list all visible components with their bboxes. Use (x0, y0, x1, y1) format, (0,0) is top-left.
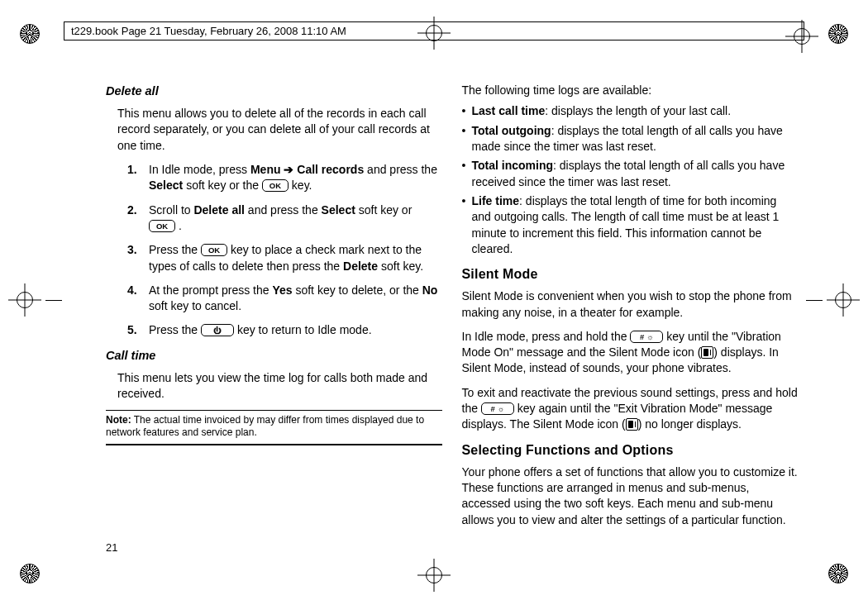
bullet-icon: • (462, 123, 472, 155)
step-number: 4. (127, 283, 149, 315)
bullet-icon: • (462, 158, 472, 190)
crop-mark-icon (20, 550, 53, 583)
ordered-steps: 1. In Idle mode, press Menu ➔ Call recor… (127, 162, 442, 339)
step-text: In Idle mode, press Menu ➔ Call records … (149, 162, 442, 194)
list-item: • Total incoming: displays the total len… (462, 158, 799, 190)
step-text: Scroll to Delete all and press the Selec… (149, 202, 442, 235)
register-mark-icon (8, 283, 41, 317)
note-label: Note: (106, 414, 131, 426)
right-column: The following time logs are available: •… (462, 83, 799, 550)
edge-guide (45, 300, 62, 301)
pound-key-icon: # ☼ (481, 402, 514, 415)
step-text: Press the OK key to place a check mark n… (149, 242, 442, 274)
step-item: 1. In Idle mode, press Menu ➔ Call recor… (127, 162, 442, 194)
paragraph: This menu allows you to delete all of th… (117, 106, 442, 154)
crop-mark-icon (20, 17, 53, 50)
note-text: The actual time invoiced by may differ f… (106, 414, 424, 438)
step-number: 5. (127, 322, 149, 338)
bullet-icon: • (462, 193, 472, 257)
step-number: 3. (127, 242, 149, 274)
paragraph: Your phone offers a set of functions tha… (462, 464, 799, 528)
page-header: t229.book Page 21 Tuesday, February 26, … (64, 21, 804, 40)
paragraph: The following time logs are available: (462, 83, 799, 98)
step-number: 1. (127, 162, 149, 194)
pound-key-icon: # ☼ (630, 331, 663, 343)
crop-mark-icon (815, 550, 848, 583)
crop-mark-icon (815, 17, 848, 50)
subsection-heading: Delete all (106, 83, 442, 99)
note-block: Note: The actual time invoiced by may di… (106, 410, 442, 445)
ok-key-icon: OK (149, 220, 175, 232)
step-item: 4. At the prompt press the Yes soft key … (127, 283, 442, 315)
section-heading: Silent Mode (462, 265, 799, 283)
register-mark-icon (827, 283, 860, 317)
paragraph: In Idle mode, press and hold the # ☼ key… (462, 329, 799, 377)
page-header-text: t229.book Page 21 Tuesday, February 26, … (71, 25, 346, 37)
step-number: 2. (127, 202, 149, 235)
paragraph: To exit and reactivate the previous soun… (462, 385, 799, 433)
bullet-icon: • (462, 103, 472, 119)
end-key-icon: ⏻ (201, 324, 234, 336)
step-text: At the prompt press the Yes soft key to … (149, 283, 442, 315)
step-item: 5. Press the ⏻ key to return to Idle mod… (127, 322, 442, 338)
page-number: 21 (106, 541, 117, 554)
list-item: • Last call time: displays the length of… (462, 103, 799, 119)
ok-key-icon: OK (262, 179, 289, 192)
bullet-list: • Last call time: displays the length of… (462, 103, 799, 257)
silent-mode-icon (701, 346, 713, 359)
list-item: • Life time: displays the total length o… (462, 193, 799, 257)
step-text: Press the ⏻ key to return to Idle mode. (149, 322, 442, 338)
left-column: Delete all This menu allows you to delet… (106, 83, 442, 550)
edge-guide (806, 300, 823, 301)
step-item: 3. Press the OK key to place a check mar… (127, 242, 442, 274)
silent-mode-icon (626, 418, 638, 431)
list-item: • Total outgoing: displays the total len… (462, 123, 799, 155)
step-item: 2. Scroll to Delete all and press the Se… (127, 202, 442, 235)
subsection-heading: Call time (106, 347, 442, 364)
paragraph: Silent Mode is convenient when you wish … (462, 288, 799, 321)
page-body: Delete all This menu allows you to delet… (106, 83, 798, 550)
register-mark-icon (417, 559, 451, 592)
ok-key-icon: OK (201, 244, 227, 256)
section-heading: Selecting Functions and Options (462, 441, 799, 460)
paragraph: This menu lets you view the time log for… (117, 370, 442, 402)
